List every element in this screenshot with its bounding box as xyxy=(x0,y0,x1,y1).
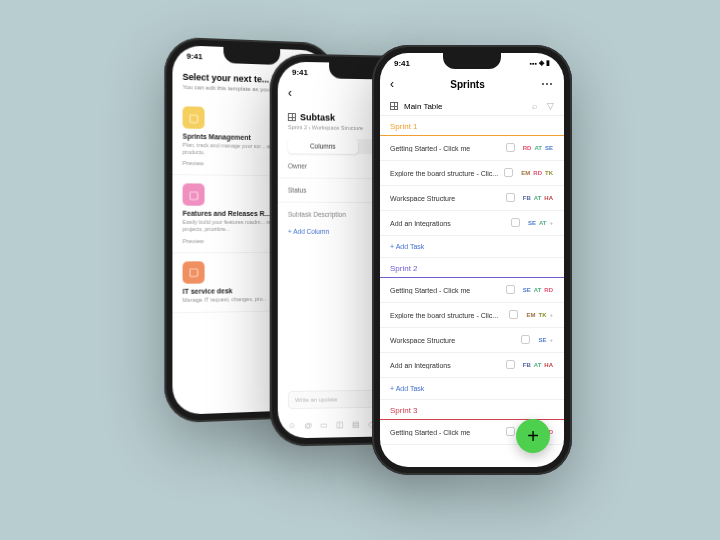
task-row[interactable]: Explore the board structure - Clic...EMR… xyxy=(380,161,564,186)
task-title: Add an Integrations xyxy=(390,220,505,227)
table-icon xyxy=(288,113,296,121)
task-row[interactable]: Explore the board structure - Clic...EMT… xyxy=(380,303,564,328)
task-checkbox[interactable] xyxy=(506,360,515,369)
task-title: Explore the board structure - Clic... xyxy=(390,312,503,319)
add-task-button[interactable]: + Add Task xyxy=(380,378,564,400)
task-title: Explore the board structure - Clic... xyxy=(390,170,498,177)
tool-icon[interactable]: ◫ xyxy=(336,420,344,429)
task-title: Workspace Structure xyxy=(390,337,515,344)
owner-label: Owner xyxy=(288,162,307,169)
assignee-badges: SEATRD xyxy=(522,286,554,294)
time: 9:41 xyxy=(187,51,203,61)
view-label[interactable]: Main Table xyxy=(404,102,443,111)
search-icon[interactable]: ⌕ xyxy=(532,101,537,111)
back-icon[interactable]: ‹ xyxy=(288,86,292,100)
task-row[interactable]: Getting Started - Click meRDATSE xyxy=(380,136,564,161)
sprint-header[interactable]: Sprint 2 xyxy=(380,258,564,278)
task-title: Getting Started - Click me xyxy=(390,145,500,152)
task-title: Add an Integrations xyxy=(390,362,500,369)
task-checkbox[interactable] xyxy=(504,168,513,177)
task-checkbox[interactable] xyxy=(506,193,515,202)
task-title: Getting Started - Click me xyxy=(390,287,500,294)
add-task-button[interactable]: + Add Task xyxy=(380,236,564,258)
assignee-badges: FBATHA xyxy=(522,194,554,202)
header: ‹ Sprints ⋯ xyxy=(380,71,564,97)
assignee-badges: SEAT+ xyxy=(527,219,554,227)
assignee-badges: FBATHA xyxy=(522,361,554,369)
template-icon: ▢ xyxy=(183,106,205,129)
task-title: Workspace Structure xyxy=(390,195,500,202)
task-row[interactable]: Add an IntegrationsSEAT+ xyxy=(380,211,564,236)
assignee-badges: EMRDTK xyxy=(520,169,554,177)
filter-icon[interactable]: ▽ xyxy=(547,101,554,111)
task-row[interactable]: Getting Started - Click meSEATRD xyxy=(380,278,564,303)
time: 9:41 xyxy=(292,67,308,76)
table-icon xyxy=(390,102,398,110)
tool-icon[interactable]: @ xyxy=(304,421,312,430)
task-title: Getting Started - Click me xyxy=(390,429,500,436)
page-title: Sprints xyxy=(402,79,533,90)
task-row[interactable]: Add an IntegrationsFBATHA xyxy=(380,353,564,378)
task-checkbox[interactable] xyxy=(506,427,515,436)
task-checkbox[interactable] xyxy=(511,218,520,227)
sprint-header[interactable]: Sprint 3 xyxy=(380,400,564,420)
add-button[interactable]: + xyxy=(516,419,550,453)
task-checkbox[interactable] xyxy=(506,143,515,152)
task-checkbox[interactable] xyxy=(506,285,515,294)
task-checkbox[interactable] xyxy=(521,335,530,344)
status-label: Status xyxy=(288,187,307,194)
assignee-badges: SE+ xyxy=(537,336,554,344)
template-icon: ▢ xyxy=(183,261,205,283)
phone-sprints: 9:41 ▪▪▪ ◈ ▮ ‹ Sprints ⋯ Main Table ⌕ ▽ … xyxy=(372,45,572,475)
task-checkbox[interactable] xyxy=(509,310,518,319)
tool-icon[interactable]: ☺ xyxy=(288,421,296,430)
assignee-badges: EMTK+ xyxy=(525,311,554,319)
tool-icon[interactable]: ▤ xyxy=(352,420,360,429)
view-selector: Main Table ⌕ ▽ xyxy=(380,97,564,116)
assignee-badges: RDATSE xyxy=(522,144,554,152)
tool-icon[interactable]: ▭ xyxy=(320,421,328,430)
more-icon[interactable]: ⋯ xyxy=(541,77,554,91)
back-icon[interactable]: ‹ xyxy=(390,77,394,91)
status-icons: ▪▪▪ ◈ ▮ xyxy=(530,59,550,67)
task-row[interactable]: Workspace StructureFBATHA xyxy=(380,186,564,211)
sprint-header[interactable]: Sprint 1 xyxy=(380,116,564,136)
time: 9:41 xyxy=(394,59,410,68)
template-icon: ▢ xyxy=(183,184,205,206)
task-row[interactable]: Workspace StructureSE+ xyxy=(380,328,564,353)
tab-columns[interactable]: Columns xyxy=(288,138,358,154)
